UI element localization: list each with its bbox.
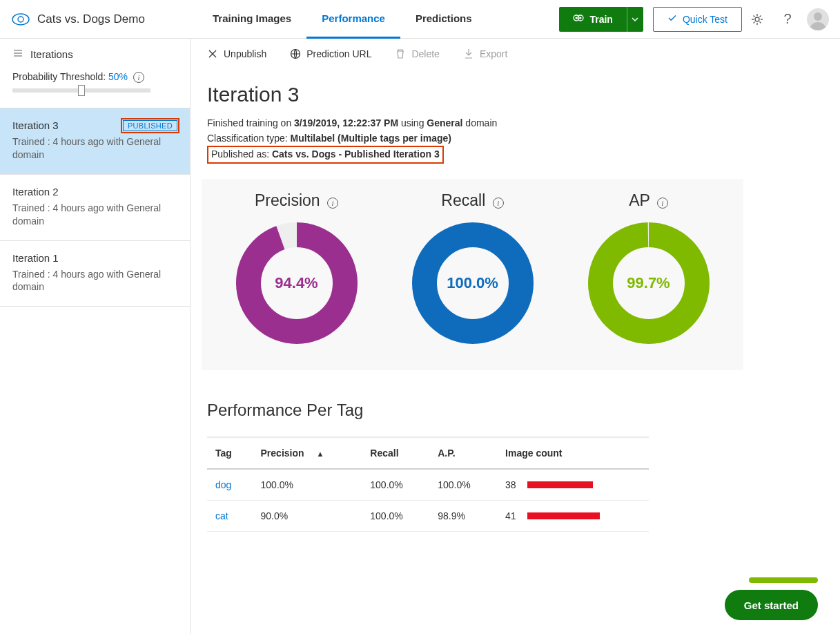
iterations-icon [12, 48, 23, 60]
person-icon [807, 8, 829, 30]
gear-icon [750, 12, 764, 26]
main: Unpublish Prediction URL Delete Export I… [191, 39, 840, 634]
performance-per-tag-title: Performance Per Tag [202, 370, 840, 436]
tab-performance[interactable]: Performance [306, 0, 400, 39]
threshold-slider[interactable] [12, 88, 150, 93]
trash-icon [395, 48, 406, 59]
progress-indicator [749, 577, 818, 583]
check-icon [667, 13, 677, 25]
sidebar-item-iteration-1[interactable]: Iteration 1 Trained : 4 hours ago with G… [0, 241, 190, 307]
sidebar-item-iteration-3[interactable]: Iteration 3 PUBLISHED Trained : 4 hours … [0, 108, 190, 175]
col-image-count[interactable]: Image count [497, 437, 649, 469]
content: Iterations Probability Threshold: 50% i … [0, 39, 840, 634]
iteration-subtitle: Trained : 4 hours ago with General domai… [12, 268, 177, 294]
published-as-line: Published as: Cats vs. Dogs - Published … [207, 146, 444, 164]
export-button: Export [463, 48, 507, 59]
get-started-button[interactable]: Get started [725, 590, 818, 620]
info-icon[interactable]: i [657, 198, 668, 209]
gear-train-icon [573, 12, 584, 26]
col-precision[interactable]: Precision▲ [253, 437, 362, 469]
get-started-widget: Get started [725, 577, 818, 620]
help-button[interactable]: ? [772, 0, 803, 39]
top-tabs: Training Images Performance Predictions [197, 0, 487, 39]
finished-training-line: Finished training on 3/19/2019, 12:22:37… [207, 116, 834, 131]
performance-table: Tag Precision▲ Recall A.P. Image count d… [207, 436, 649, 532]
page-title: Iteration 3 [202, 68, 840, 116]
published-badge: PUBLISHED [123, 120, 177, 131]
quick-test-label: Quick Test [683, 14, 727, 25]
col-ap[interactable]: A.P. [429, 437, 497, 469]
metric-value: 99.7% [587, 221, 711, 345]
logo-block: Cats vs. Dogs Demo [11, 12, 197, 26]
table-header-row: Tag Precision▲ Recall A.P. Image count [207, 437, 649, 469]
svg-point-4 [576, 17, 578, 19]
settings-button[interactable] [742, 0, 772, 39]
donut-ap: 99.7% [587, 221, 711, 345]
cell-count: 38 [505, 479, 641, 490]
cell-ap: 100.0% [429, 469, 497, 501]
cell-precision: 90.0% [253, 501, 362, 532]
close-icon [207, 49, 218, 59]
svg-point-5 [580, 17, 582, 19]
train-dropdown[interactable] [627, 7, 643, 32]
tab-predictions[interactable]: Predictions [400, 0, 487, 39]
cell-recall: 100.0% [362, 469, 429, 501]
svg-point-7 [814, 12, 822, 21]
download-icon [463, 48, 474, 59]
metric-value: 94.4% [235, 221, 359, 345]
help-icon: ? [783, 11, 791, 27]
metric-label: AP i [566, 184, 732, 221]
app-title: Cats vs. Dogs Demo [37, 12, 145, 26]
donut-recall: 100.0% [411, 221, 535, 345]
threshold-value: 50% [108, 71, 128, 82]
count-bar [527, 512, 600, 519]
metric-ap: AP i 99.7% [566, 184, 732, 345]
metric-precision: Precision i 94.4% [214, 184, 380, 345]
train-button[interactable]: Train [559, 7, 626, 32]
cell-count: 41 [505, 510, 641, 521]
metrics-panel: Precision i 94.4% Recall i 100.0% [202, 179, 743, 370]
action-bar: Unpublish Prediction URL Delete Export [202, 39, 840, 68]
info-icon[interactable]: i [493, 198, 504, 209]
avatar[interactable] [807, 8, 829, 30]
info-icon[interactable]: i [327, 198, 338, 209]
header: Cats vs. Dogs Demo Training Images Perfo… [0, 0, 840, 39]
chevron-down-icon [632, 17, 638, 21]
cell-precision: 100.0% [253, 469, 362, 501]
eye-icon [11, 12, 30, 26]
iteration-subtitle: Trained : 4 hours ago with General domai… [12, 202, 177, 228]
table-row: dog 100.0% 100.0% 100.0% 38 [207, 469, 649, 501]
col-tag[interactable]: Tag [207, 437, 253, 469]
sort-asc-icon: ▲ [317, 450, 324, 458]
iteration-subtitle: Trained : 4 hours ago with General domai… [12, 135, 177, 162]
cell-recall: 100.0% [362, 501, 429, 532]
train-label: Train [589, 14, 612, 25]
metric-value: 100.0% [411, 221, 535, 345]
prediction-url-button[interactable]: Prediction URL [290, 48, 371, 59]
metric-label: Recall i [390, 184, 556, 221]
col-recall[interactable]: Recall [362, 437, 429, 469]
delete-button: Delete [395, 48, 439, 59]
threshold-row: Probability Threshold: 50% i [0, 67, 190, 108]
svg-point-1 [18, 17, 23, 22]
quick-test-button[interactable]: Quick Test [653, 7, 742, 32]
tag-link-dog[interactable]: dog [215, 479, 231, 490]
meta-block: Finished training on 3/19/2019, 12:22:37… [202, 116, 840, 173]
sidebar: Iterations Probability Threshold: 50% i … [0, 39, 191, 634]
metric-label: Precision i [214, 184, 380, 221]
threshold-label: Probability Threshold: 50% [12, 71, 130, 82]
classification-type-line: Classification type: Multilabel (Multipl… [207, 131, 834, 146]
info-icon[interactable]: i [133, 72, 144, 83]
svg-point-0 [12, 14, 29, 25]
tab-training-images[interactable]: Training Images [197, 0, 306, 39]
sidebar-item-iteration-2[interactable]: Iteration 2 Trained : 4 hours ago with G… [0, 175, 190, 241]
tag-link-cat[interactable]: cat [215, 510, 228, 521]
unpublish-button[interactable]: Unpublish [207, 48, 266, 59]
slider-thumb[interactable] [78, 85, 85, 96]
sidebar-title: Iterations [30, 48, 73, 60]
iteration-title: Iteration 3 [12, 119, 59, 131]
cell-ap: 98.9% [429, 501, 497, 532]
donut-precision: 94.4% [235, 221, 359, 345]
iteration-title: Iteration 1 [12, 252, 59, 264]
metric-recall: Recall i 100.0% [390, 184, 556, 345]
